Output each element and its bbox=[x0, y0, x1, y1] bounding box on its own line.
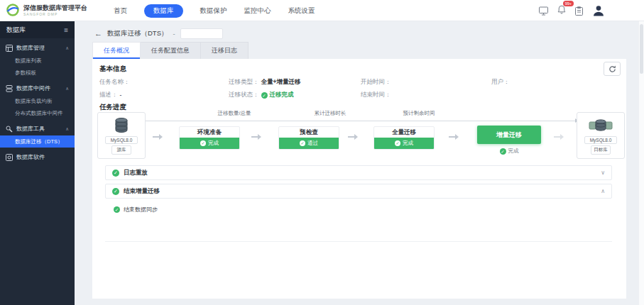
field-end-time: 结束时间： bbox=[361, 91, 393, 99]
basic-info-title: 基本信息 bbox=[99, 65, 126, 74]
caret-up-icon: ∧ bbox=[65, 126, 69, 132]
sidebar-header: 数据库 ≡ bbox=[0, 21, 75, 38]
step-end-incremental-migration[interactable]: ✓ 结束增量迁移 ∧ bbox=[105, 184, 612, 199]
stage-incremental-migration: 增量迁移 ✓ 完成 bbox=[477, 126, 541, 155]
stage-status: 通过 bbox=[307, 140, 318, 147]
nav-system-settings[interactable]: 系统设置 bbox=[288, 6, 315, 16]
check-icon: ✓ bbox=[114, 206, 120, 213]
chevron-down-icon[interactable]: ∨ bbox=[601, 170, 605, 176]
flow-arrow-icon bbox=[348, 134, 358, 140]
target-engine-label: MySQL8.0 bbox=[584, 136, 617, 144]
logo-icon bbox=[6, 3, 20, 17]
console-icon[interactable] bbox=[539, 6, 548, 16]
field-migration-type: 迁移类型： 全量+增量迁移 bbox=[229, 78, 300, 87]
target-role-label: 目标库 bbox=[591, 145, 611, 155]
nav-home[interactable]: 首页 bbox=[114, 6, 127, 16]
source-database-node: MySQL8.0 源库 bbox=[97, 112, 146, 159]
stage-status-bar: ✓ 通过 bbox=[279, 138, 339, 149]
nav-data-protection[interactable]: 数据保护 bbox=[200, 6, 227, 16]
sidebar-item-parameter-template[interactable]: 参数模板 bbox=[0, 67, 75, 79]
tab-task-overview[interactable]: 任务概况 bbox=[92, 42, 141, 59]
chevron-up-icon[interactable]: ∧ bbox=[601, 188, 605, 194]
check-icon: ✓ bbox=[112, 188, 119, 195]
breadcrumb: ← 数据库迁移（DTS） - bbox=[94, 27, 223, 40]
tab-migration-log[interactable]: 迁移日志 bbox=[201, 42, 249, 59]
field-migration-status: 迁移状态： ✓ 迁移完成 bbox=[229, 91, 294, 99]
sidebar-item-database-list[interactable]: 数据库列表 bbox=[0, 55, 75, 67]
sidebar: 数据库 ≡ 数据库管理 ∧ 数据库列表 参数模板 数据库中间件 ∧ 数据库负载均… bbox=[0, 21, 75, 305]
clipboard-icon[interactable] bbox=[575, 6, 583, 16]
app-title: 深信服数据库管理平台 bbox=[23, 4, 87, 12]
page-scrollbar[interactable] bbox=[638, 21, 644, 305]
notification-badge: 99+ bbox=[563, 1, 574, 6]
metric-elapsed-time: 累计迁移时长 bbox=[295, 110, 366, 117]
sidebar-item-database-migration-dts[interactable]: 数据库迁移（DTS） bbox=[0, 135, 75, 148]
breadcrumb-separator: - bbox=[173, 30, 175, 38]
stage-name: 增量迁移 bbox=[477, 126, 541, 144]
sidebar-group-database-management[interactable]: 数据库管理 ∧ bbox=[0, 41, 75, 55]
user-avatar[interactable] bbox=[592, 4, 605, 17]
flow-arrow-icon bbox=[554, 134, 564, 140]
app-subtitle: SANGFOR DMP bbox=[23, 12, 87, 16]
back-arrow-icon[interactable]: ← bbox=[94, 29, 102, 38]
field-task-name: 任务名称： bbox=[99, 78, 132, 87]
sidebar-item-database-load-balance[interactable]: 数据库负载均衡 bbox=[0, 95, 75, 107]
step-log-replay[interactable]: ✓ 日志重放 ∨ bbox=[105, 165, 612, 180]
caret-up-icon: ∧ bbox=[65, 86, 69, 92]
target-database-node: MySQL8.0 目标库 bbox=[577, 112, 625, 159]
status-text: 迁移完成 bbox=[270, 91, 294, 99]
collapse-menu-icon[interactable]: ≡ bbox=[64, 26, 68, 34]
stage-status: 完成 bbox=[403, 140, 413, 147]
field-label: 结束时间： bbox=[361, 91, 391, 99]
source-engine-label: MySQL8.0 bbox=[105, 136, 138, 144]
flow-arrow-icon bbox=[251, 134, 261, 140]
sidebar-group-database-software[interactable]: 数据库软件 bbox=[0, 150, 75, 164]
flow-arrow-icon bbox=[449, 134, 459, 140]
refresh-button[interactable] bbox=[604, 62, 621, 76]
topbar-icons: 99+ bbox=[539, 0, 605, 21]
stage-full-migration: 全量迁移 ✓ 完成 bbox=[373, 126, 435, 150]
metric-remaining-time: 预计剩余时间 bbox=[383, 110, 454, 117]
check-icon: ✓ bbox=[112, 170, 119, 177]
field-label: 迁移类型： bbox=[229, 78, 259, 87]
field-value: - bbox=[120, 92, 122, 99]
flow-arrow-icon bbox=[153, 134, 163, 140]
stage-name: 全量迁移 bbox=[374, 127, 434, 138]
field-user: 用户： bbox=[491, 78, 512, 87]
step-label: 结束增量迁移 bbox=[124, 187, 160, 196]
field-start-time: 开始时间： bbox=[361, 78, 393, 87]
sidebar-item-distributed-middleware[interactable]: 分布式数据库中间件 bbox=[0, 107, 75, 119]
substep-label: 结束数据同步 bbox=[124, 206, 158, 214]
tab-task-config[interactable]: 任务配置信息 bbox=[141, 42, 201, 59]
check-icon: ✓ bbox=[200, 140, 206, 146]
check-icon: ✓ bbox=[261, 92, 268, 99]
bell-icon bbox=[557, 5, 566, 14]
sidebar-group-label: 数据库软件 bbox=[16, 153, 45, 161]
sidebar-title: 数据库 bbox=[6, 26, 26, 35]
nav-database[interactable]: 数据库 bbox=[144, 4, 183, 18]
sidebar-group-database-middleware[interactable]: 数据库中间件 ∧ bbox=[0, 82, 75, 95]
substep-end-data-sync: ✓ 结束数据同步 bbox=[114, 206, 158, 214]
check-icon: ✓ bbox=[500, 148, 506, 155]
sidebar-group-label: 数据库管理 bbox=[16, 44, 45, 52]
sidebar-group-database-tools[interactable]: 数据库工具 ∧ bbox=[0, 122, 75, 135]
field-label: 用户： bbox=[491, 78, 510, 87]
metric-migrated-amount: 迁移数量/总量 bbox=[199, 110, 270, 117]
nav-monitor-center[interactable]: 监控中心 bbox=[244, 6, 271, 16]
app-logo: 深信服数据库管理平台 SANGFOR DMP bbox=[6, 3, 87, 17]
field-label: 任务名称： bbox=[99, 78, 130, 87]
notifications[interactable]: 99+ bbox=[557, 4, 566, 17]
scrollbar-thumb[interactable] bbox=[640, 24, 643, 74]
database-cluster-icon bbox=[589, 117, 613, 135]
stage-name: 预检查 bbox=[279, 127, 339, 138]
caret-up-icon: ∧ bbox=[65, 45, 69, 51]
stage-precheck: 预检查 ✓ 通过 bbox=[278, 126, 339, 150]
source-role-label: 源库 bbox=[111, 145, 131, 155]
field-description: 描述： - bbox=[99, 91, 121, 99]
field-label: 开始时间： bbox=[361, 78, 391, 87]
sidebar-group-label: 数据库工具 bbox=[16, 125, 45, 133]
task-name-input[interactable] bbox=[180, 28, 223, 39]
topbar: 深信服数据库管理平台 SANGFOR DMP 首页 数据库 数据保护 监控中心 … bbox=[0, 0, 644, 21]
field-value: 全量+增量迁移 bbox=[261, 78, 301, 87]
database-management-icon bbox=[6, 45, 13, 52]
